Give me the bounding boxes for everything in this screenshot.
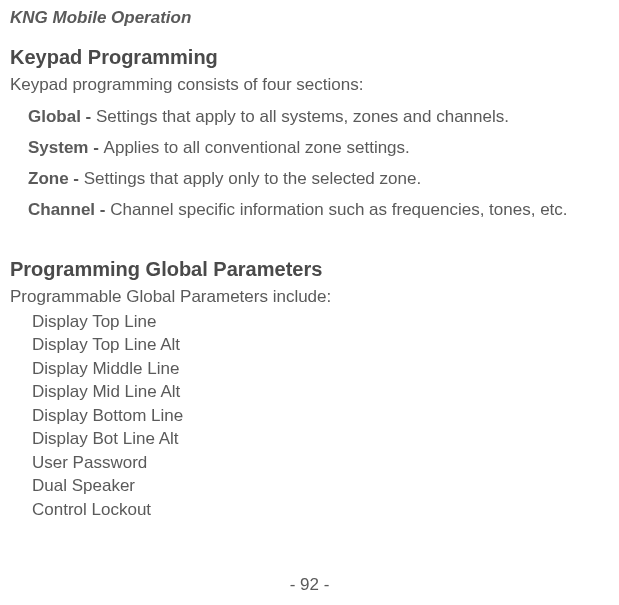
chapter-title: KNG Mobile Operation [10,8,609,28]
definition-desc: Applies to all conventional zone setting… [104,138,410,157]
definition-item: Global - Settings that apply to all syst… [28,107,609,127]
section1-intro: Keypad programming consists of four sect… [10,75,609,95]
definition-desc: Settings that apply only to the selected… [84,169,421,188]
definition-term: Channel - [28,200,110,219]
param-item: Dual Speaker [32,474,609,497]
param-item: Control Lockout [32,498,609,521]
param-item: Display Mid Line Alt [32,380,609,403]
param-item: Display Top Line Alt [32,333,609,356]
param-item: Display Bot Line Alt [32,427,609,450]
param-item: Display Bottom Line [32,404,609,427]
section-global-params: Programming Global Parameters Programmab… [10,258,609,521]
definition-desc: Channel specific information such as fre… [110,200,567,219]
param-item: Display Top Line [32,310,609,333]
section2-intro: Programmable Global Parameters include: [10,287,609,307]
definition-term: System - [28,138,104,157]
definition-item: System - Applies to all conventional zon… [28,138,609,158]
section-heading-global: Programming Global Parameters [10,258,609,281]
definition-item: Channel - Channel specific information s… [28,200,609,220]
definition-term: Global - [28,107,96,126]
section-heading-keypad: Keypad Programming [10,46,609,69]
param-item: Display Middle Line [32,357,609,380]
page-number: - 92 - [0,575,619,595]
definition-desc: Settings that apply to all systems, zone… [96,107,509,126]
param-list: Display Top Line Display Top Line Alt Di… [10,310,609,521]
param-item: User Password [32,451,609,474]
definition-term: Zone - [28,169,84,188]
definition-item: Zone - Settings that apply only to the s… [28,169,609,189]
definition-list: Global - Settings that apply to all syst… [10,107,609,220]
